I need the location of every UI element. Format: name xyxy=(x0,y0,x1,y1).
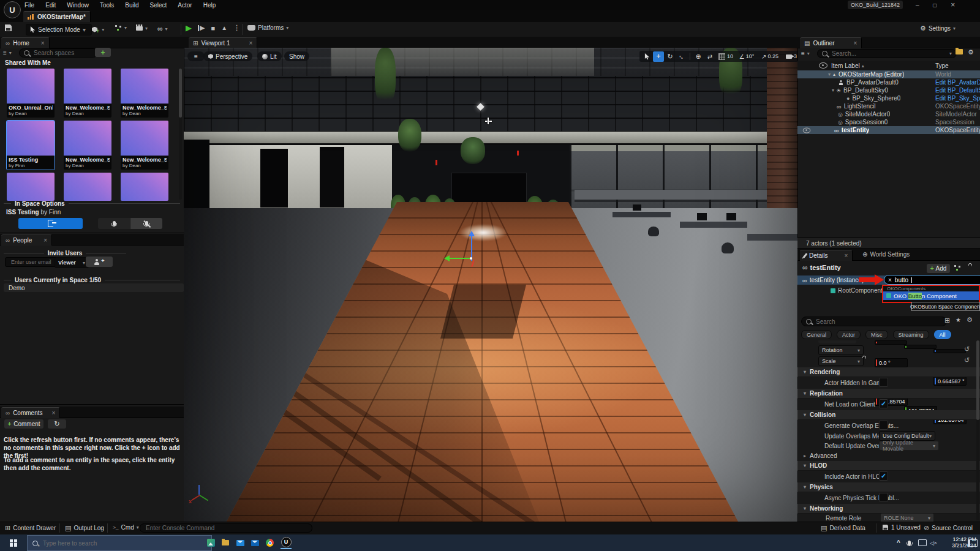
section-physics[interactable]: ▾ Physics xyxy=(797,482,980,492)
console-command-input[interactable] xyxy=(140,523,312,533)
play-from-here-button[interactable]: ▶ xyxy=(198,24,205,32)
gizmo-center[interactable] xyxy=(470,257,472,260)
reset-scale-button[interactable]: ↺ xyxy=(964,356,970,364)
start-button[interactable] xyxy=(0,534,27,551)
close-icon[interactable]: × xyxy=(43,237,47,244)
derived-data-button[interactable]: ▤ Derived Data xyxy=(821,524,865,532)
outliner-folder-button[interactable] xyxy=(956,49,963,54)
type-column[interactable]: Type xyxy=(935,62,949,69)
move-tool-button[interactable]: + xyxy=(653,51,664,62)
section-networking[interactable]: ▾ Networking xyxy=(797,504,980,514)
output-log-button[interactable]: ▤ Output Log xyxy=(65,524,104,532)
tab-details[interactable]: Details × xyxy=(800,250,853,261)
tab-outliner[interactable]: ▤ Outliner × xyxy=(800,37,862,48)
menu-window[interactable]: Window xyxy=(67,2,89,9)
spaces-search-field[interactable] xyxy=(32,49,93,57)
blueprints-button[interactable]: ▾ xyxy=(115,24,127,31)
outliner-item-type-link[interactable]: Edit BP_Sky_Sphe xyxy=(935,95,980,102)
property-search-input[interactable] xyxy=(801,317,947,326)
eye-icon[interactable] xyxy=(803,127,811,133)
clear-search-icon[interactable]: × xyxy=(888,277,892,283)
gizmo-y-axis[interactable] xyxy=(450,258,472,259)
outliner-row[interactable]: ▾ ☀ BP_DefaultSky0 Edit BP_DefaultSk xyxy=(797,86,980,94)
rotation-mode-dropdown[interactable]: Rotation ▾ xyxy=(818,345,864,355)
lit-dropdown[interactable]: Lit xyxy=(257,51,282,61)
space-card-selected[interactable]: ISS Testingby Finn xyxy=(7,121,55,170)
tray-notifications[interactable] xyxy=(968,534,978,551)
outliner-settings-button[interactable]: ⚙ xyxy=(968,48,974,56)
oko-tools-button[interactable]: ∞ ▾ xyxy=(157,24,168,33)
outliner-row[interactable]: ◎ SpaceSession0 SpaceSession xyxy=(797,118,980,126)
section-hlod[interactable]: ▾ HLOD xyxy=(797,461,980,471)
tray-mic[interactable] xyxy=(908,534,911,551)
add-component-button[interactable]: + Add xyxy=(927,264,950,273)
generate-overlap-checkbox[interactable] xyxy=(879,421,888,430)
component-search-query[interactable]: butto xyxy=(895,277,908,283)
viewport-menu-button[interactable]: ≡ xyxy=(187,51,205,61)
filter-streaming[interactable]: Streaming xyxy=(893,330,929,339)
expand-icon[interactable]: ▾ xyxy=(832,88,834,93)
add-comment-button[interactable]: + Comment xyxy=(4,419,43,429)
surface-snap-button[interactable]: ⇄ xyxy=(704,51,715,62)
space-card[interactable] xyxy=(7,173,55,201)
filter-actor[interactable]: Actor xyxy=(837,330,861,339)
minimize-button[interactable]: – xyxy=(916,2,919,9)
grid-snap-button[interactable]: 10 xyxy=(716,51,736,62)
unreal-logo[interactable]: U xyxy=(4,1,21,18)
visibility-column-icon[interactable] xyxy=(819,62,827,69)
taskbar-search-field[interactable] xyxy=(42,539,206,547)
menu-edit[interactable]: Edit xyxy=(45,2,56,9)
display-options-button[interactable]: ⊞ xyxy=(944,317,950,324)
invite-email-field[interactable] xyxy=(10,258,54,266)
outliner-row[interactable]: ● BP_Sky_Sphere0 Edit BP_Sky_Sphe xyxy=(797,94,980,102)
async-physics-checkbox[interactable] xyxy=(879,493,888,502)
rotation-snap-button[interactable]: ∠10° xyxy=(736,51,757,62)
space-card[interactable]: New_Welcome_Sp...by Dean xyxy=(64,121,111,170)
outliner-search-input[interactable]: ▾ xyxy=(817,49,957,58)
filter-misc[interactable]: Misc xyxy=(865,330,888,339)
menu-select[interactable]: Select xyxy=(150,2,167,9)
root-component-row[interactable]: RootComponent (Ro xyxy=(831,287,886,294)
tab-home[interactable]: ∞ Home × xyxy=(1,37,50,48)
asset-tab-okostartermap[interactable]: OKOStarterMap* xyxy=(23,11,91,22)
outliner-row[interactable]: ◎ SiteModelActor0 SiteModelActor xyxy=(797,110,980,118)
content-drawer-button[interactable]: ⊞ Content Drawer xyxy=(5,524,56,532)
section-advanced[interactable]: ▸ Advanced xyxy=(804,452,837,459)
section-replication[interactable]: ▾ Replication xyxy=(797,389,980,399)
invite-email-input[interactable] xyxy=(5,257,59,267)
space-card[interactable]: New_Welcome_Sp...by Dean xyxy=(121,69,168,118)
source-control-button[interactable]: ⊘ Source Control xyxy=(924,524,973,532)
taskbar-explorer-app[interactable] xyxy=(222,534,229,551)
invite-user-button[interactable]: + xyxy=(86,257,113,267)
scale-tool-button[interactable]: ↔ xyxy=(676,51,687,62)
outliner-row[interactable]: ▾ ▴ OKOStarterMap (Editor) World xyxy=(797,70,980,78)
eject-button[interactable]: ▲ xyxy=(221,24,227,31)
close-icon[interactable]: × xyxy=(41,40,45,47)
reset-rotation-button[interactable]: ↺ xyxy=(964,345,970,353)
taskbar-outlook-app[interactable] xyxy=(251,534,259,551)
filter-general[interactable]: General xyxy=(801,330,832,339)
settings-dropdown[interactable]: ⚙ Settings ▾ xyxy=(920,24,956,32)
show-dropdown[interactable]: Show xyxy=(284,51,309,61)
play-options-button[interactable]: ⋮ xyxy=(233,24,240,32)
close-icon[interactable]: × xyxy=(52,410,56,416)
outliner-item-type-link[interactable]: Edit BP_AvatarDe xyxy=(935,79,980,86)
refresh-comments-button[interactable]: ↻ xyxy=(48,419,66,429)
outliner-item-type-link[interactable]: Edit BP_DefaultSk xyxy=(935,87,980,94)
tray-chevron[interactable]: ^ xyxy=(897,534,900,551)
maximize-button[interactable]: ▢ xyxy=(933,2,938,8)
taskbar-unreal-app[interactable]: U xyxy=(281,534,292,551)
close-icon[interactable]: × xyxy=(249,40,252,47)
platforms-dropdown[interactable]: Platforms ▾ xyxy=(247,24,288,31)
space-card[interactable]: New_Welcome_Sp...by Dean xyxy=(121,121,168,170)
stop-button[interactable]: ■ xyxy=(211,24,215,32)
space-card[interactable]: OKO_Unreal_Onbo...by Dean xyxy=(7,69,55,118)
net-load-checkbox[interactable]: ✓ xyxy=(879,399,888,408)
outliner-row[interactable]: BP_AvatarDefault0 Edit BP_AvatarDe xyxy=(797,78,980,86)
rotate-tool-button[interactable]: ↻ xyxy=(665,51,676,62)
close-icon[interactable]: × xyxy=(845,252,848,259)
rotation-x-field[interactable]: 0.0 ° xyxy=(875,358,908,367)
mic-on-button[interactable] xyxy=(98,218,130,229)
space-card[interactable] xyxy=(121,173,168,201)
menu-build[interactable]: Build xyxy=(125,2,138,9)
